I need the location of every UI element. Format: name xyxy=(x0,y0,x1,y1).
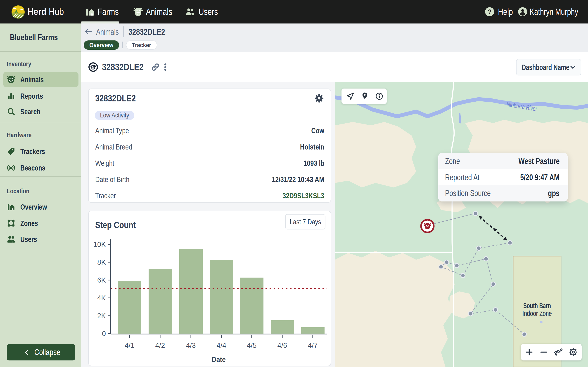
svg-text:6K: 6K xyxy=(97,276,106,284)
svg-text:4/4: 4/4 xyxy=(216,342,226,349)
svg-text:8K: 8K xyxy=(97,258,106,266)
svg-text:South Barn: South Barn xyxy=(523,301,551,310)
svg-text:10K: 10K xyxy=(93,241,106,249)
svg-text:4/2: 4/2 xyxy=(155,342,165,349)
svg-text:4K: 4K xyxy=(97,294,106,302)
svg-text:Indoor Zone: Indoor Zone xyxy=(522,309,552,317)
svg-text:0: 0 xyxy=(102,330,106,338)
svg-text:4/1: 4/1 xyxy=(125,342,134,349)
svg-text:4/5: 4/5 xyxy=(247,342,256,349)
svg-text:Date: Date xyxy=(212,355,226,364)
svg-text:4/7: 4/7 xyxy=(308,342,318,349)
svg-text:4/6: 4/6 xyxy=(277,342,287,349)
svg-text:2K: 2K xyxy=(97,312,106,320)
svg-text:4/3: 4/3 xyxy=(186,342,196,349)
